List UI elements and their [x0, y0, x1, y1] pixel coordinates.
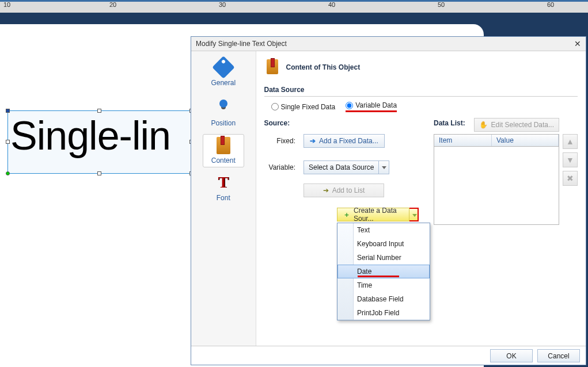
create-data-source-menu: Text Keyboard Input Serial Number Date T…: [337, 223, 430, 320]
cancel-button[interactable]: Cancel: [537, 349, 580, 362]
section-title-data-source: Data Source: [264, 83, 578, 97]
tab-font[interactable]: T Font: [203, 172, 244, 204]
menu-item-printjob-field[interactable]: PrintJob Field: [337, 306, 430, 320]
button-label: Add to List: [332, 186, 365, 194]
source-form: Fixed: ➔ Add a Fixed Data... Variable:: [264, 131, 423, 225]
move-up-button[interactable]: ▲: [563, 134, 578, 149]
data-source-radios: Single Fixed Data Variable Data: [264, 101, 578, 112]
move-down-button[interactable]: ▼: [563, 152, 578, 167]
ruler-ticks: 10 20 30 40 50 60: [0, 2, 588, 13]
menu-item-label: PrintJob Field: [357, 309, 399, 317]
tab-position[interactable]: Position: [203, 94, 244, 129]
pane-header: Content of This Object: [264, 57, 578, 78]
plus-icon: ＋: [343, 210, 350, 220]
menu-item-database-field[interactable]: Database Field: [337, 292, 430, 306]
radio-variable-data-input[interactable]: [346, 102, 353, 109]
text-object-content: Single-lin: [8, 111, 191, 156]
radio-variable-data[interactable]: Variable Data: [346, 101, 397, 112]
radio-single-fixed[interactable]: Single Fixed Data: [271, 101, 336, 112]
edit-selected-data-button: ✋ Edit Selected Data...: [474, 118, 559, 132]
tab-content[interactable]: Content: [203, 134, 244, 167]
single-line-text-object[interactable]: Single-lin: [7, 110, 192, 174]
modify-text-object-dialog: Modify Single-line Text Object ✕ General…: [191, 36, 586, 365]
variable-label: Variable:: [265, 158, 299, 177]
book-icon: [264, 59, 280, 75]
data-list-table[interactable]: Item Value: [434, 134, 559, 225]
radio-label: Variable Data: [355, 101, 397, 109]
button-label: Add a Fixed Data...: [319, 137, 378, 145]
create-data-source-button[interactable]: ＋ Create a Data Sour...: [337, 208, 409, 221]
ruler-label: 10: [3, 1, 10, 8]
create-data-source-dropdown-button[interactable]: [409, 208, 419, 221]
list-side-buttons: ▲ ▼ ✖: [563, 134, 578, 225]
ok-button[interactable]: OK: [490, 349, 533, 362]
col-value[interactable]: Value: [492, 135, 559, 146]
pane-header-title: Content of This Object: [286, 63, 361, 71]
menu-item-label: Text: [357, 226, 370, 234]
menu-item-date[interactable]: Date: [337, 265, 430, 278]
menu-item-label: Serial Number: [357, 254, 401, 262]
hand-icon: ✋: [479, 121, 488, 129]
add-to-list-button: ➔ Add to List: [304, 183, 384, 197]
source-label: Source:: [264, 119, 423, 127]
menu-item-label: Time: [357, 281, 372, 289]
font-icon: T: [214, 174, 233, 193]
ruler-label: 20: [109, 1, 116, 8]
ruler-label: 50: [438, 1, 445, 8]
tab-label: Content: [203, 156, 244, 165]
delete-item-button[interactable]: ✖: [563, 171, 578, 186]
dialog-title-text: Modify Single-line Text Object: [196, 40, 287, 48]
data-list-label: Data List:: [434, 119, 465, 128]
dialog-main-pane: Content of This Object Data Source Singl…: [256, 51, 586, 346]
ruler-label: 30: [219, 1, 226, 8]
menu-item-time[interactable]: Time: [337, 278, 430, 292]
source-column: Source: Fixed: ➔ Add a Fixed Data...: [264, 118, 423, 225]
chevron-down-icon[interactable]: [378, 161, 389, 174]
dialog-footer: OK Cancel: [191, 346, 586, 365]
annotation-underline: [358, 276, 399, 277]
button-label: Edit Selected Data...: [491, 121, 554, 129]
select-data-source-dropdown[interactable]: Select a Data Source: [304, 160, 389, 174]
data-list-column: Data List: ✋ Edit Selected Data... Item …: [434, 118, 578, 225]
radio-label: Single Fixed Data: [281, 103, 336, 111]
menu-item-serial-number[interactable]: Serial Number: [337, 251, 430, 265]
fixed-label: Fixed:: [265, 132, 299, 150]
resize-handle[interactable]: [97, 171, 101, 175]
menu-item-text[interactable]: Text: [337, 223, 430, 237]
table-header: Item Value: [434, 135, 559, 147]
dropdown-text: Select a Data Source: [304, 163, 378, 171]
tab-label: Font: [203, 194, 244, 202]
resize-handle[interactable]: [97, 109, 101, 113]
dialog-titlebar[interactable]: Modify Single-line Text Object ✕: [191, 37, 586, 51]
ruler: 10 20 30 40 50 60: [0, 0, 588, 13]
resize-handle[interactable]: [6, 140, 10, 144]
col-item[interactable]: Item: [434, 135, 492, 146]
dialog-side-tabs: General Position Content T Font: [191, 51, 256, 346]
tab-label: Position: [203, 119, 244, 127]
ruler-label: 40: [328, 1, 335, 8]
resize-handle[interactable]: [6, 109, 10, 113]
menu-item-label: Database Field: [357, 295, 404, 303]
menu-item-label: Keyboard Input: [357, 240, 404, 248]
book-icon: [214, 137, 233, 155]
tab-label: General: [203, 79, 244, 87]
tag-icon: [214, 59, 233, 78]
radio-single-fixed-input[interactable]: [271, 103, 279, 110]
arrow-right-icon: ➔: [310, 137, 316, 145]
rotate-handle[interactable]: [6, 171, 10, 175]
add-fixed-data-button[interactable]: ➔ Add a Fixed Data...: [304, 134, 385, 148]
arrow-right-icon: ➔: [323, 186, 329, 194]
close-icon[interactable]: ✕: [574, 39, 581, 48]
menu-item-keyboard-input[interactable]: Keyboard Input: [337, 237, 430, 251]
button-label: Create a Data Sour...: [354, 207, 403, 223]
pin-icon: [214, 100, 233, 118]
ruler-label: 60: [547, 1, 554, 8]
tab-general[interactable]: General: [203, 56, 244, 89]
menu-item-label: Date: [357, 267, 371, 276]
